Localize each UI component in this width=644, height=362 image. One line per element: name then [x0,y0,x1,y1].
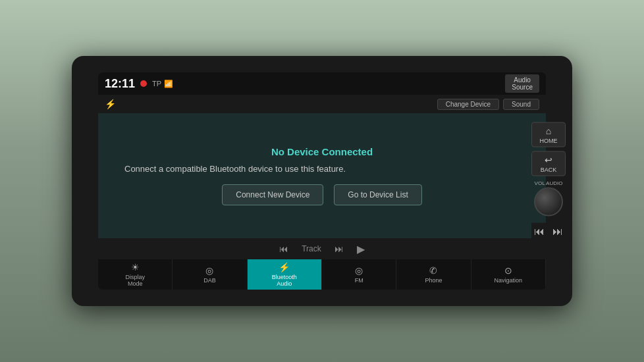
no-device-desc: Connect a compatible Bluetooth device to… [118,163,526,176]
bottom-nav: ☀ DisplayMode ◎ DAB ⚡ BluetoothAudio ◎ F… [98,259,546,290]
no-device-title: No Device Connected [271,146,373,157]
alert-dot [140,80,147,87]
home-button[interactable]: ⌂ HOME [531,122,566,147]
play-button[interactable]: ▶ [357,243,365,255]
nav-item-phone[interactable]: ✆ Phone [396,259,471,290]
home-icon: ⌂ [546,126,551,136]
fm-label: FM [355,277,363,284]
vol-label: VOL AUDIO [535,180,563,186]
side-prev-button[interactable]: ⏮ [531,223,547,240]
back-label: BACK [541,167,557,173]
action-buttons: Connect New Device Go to Device List [222,184,421,205]
bottom-side-buttons: ⏮ ⏭ [531,223,566,240]
back-button[interactable]: ↩ BACK [531,151,566,176]
car-background: 12:11 TP 📶 AudioSource ⚡ Change Device S… [0,0,644,362]
audio-source-button[interactable]: AudioSource [505,74,539,93]
dab-label: DAB [203,277,216,284]
go-to-device-list-button[interactable]: Go to Device List [334,184,421,205]
next-track-button[interactable]: ⏭ [335,244,344,254]
infotainment-unit: 12:11 TP 📶 AudioSource ⚡ Change Device S… [72,56,572,306]
side-buttons: ⌂ HOME ↩ BACK VOL AUDIO ⏮ ⏭ [531,122,566,240]
home-label: HOME [540,138,558,144]
phone-label: Phone [425,277,442,284]
back-icon: ↩ [545,155,552,165]
side-next-button[interactable]: ⏭ [550,223,566,240]
dab-icon: ◎ [205,265,213,276]
track-bar: ⏮ Track ⏭ ▶ [98,238,546,259]
vol-knob[interactable] [534,188,563,217]
track-label: Track [302,244,321,253]
nav-item-dab[interactable]: ◎ DAB [173,259,247,290]
navigation-icon: ⊙ [504,265,512,276]
bluetooth-audio-icon: ⚡ [279,262,290,272]
fm-icon: ◎ [355,265,363,276]
tp-label: TP [152,80,161,88]
screen: 12:11 TP 📶 AudioSource ⚡ Change Device S… [98,72,546,290]
sub-bar: ⚡ Change Device Sound [98,95,546,113]
bluetooth-audio-label: BluetoothAudio [272,274,297,287]
connect-new-device-button[interactable]: Connect New Device [222,184,323,205]
display-mode-icon: ☀ [131,262,140,272]
time-display: 12:11 [105,77,135,91]
nav-item-fm[interactable]: ◎ FM [322,259,396,290]
change-device-button[interactable]: Change Device [437,99,499,110]
sound-button[interactable]: Sound [503,99,539,110]
bluetooth-icon: ⚡ [105,99,116,109]
signal-icon: 📶 [164,80,173,88]
nav-item-navigation[interactable]: ⊙ Navigation [471,259,546,290]
prev-track-button[interactable]: ⏮ [279,244,288,254]
nav-item-display-mode[interactable]: ☀ DisplayMode [98,259,173,290]
display-mode-label: DisplayMode [125,274,145,287]
nav-item-bluetooth-audio[interactable]: ⚡ BluetoothAudio [248,259,322,290]
navigation-label: Navigation [495,277,523,284]
top-bar: 12:11 TP 📶 AudioSource [98,72,546,95]
phone-icon: ✆ [429,265,437,276]
main-content: No Device Connected Connect a compatible… [98,113,546,238]
vol-knob-container: VOL AUDIO [531,180,566,217]
